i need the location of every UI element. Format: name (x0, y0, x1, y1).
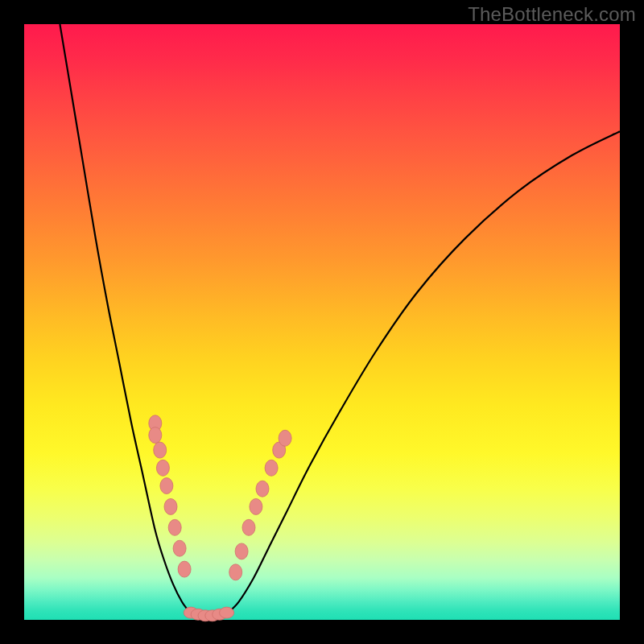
bead-marker (173, 540, 186, 556)
bead-marker (250, 498, 262, 514)
bead-marker (168, 519, 181, 535)
bead-marker (256, 481, 269, 497)
beads-valley-floor (184, 607, 233, 621)
plot-area (24, 24, 620, 620)
bead-marker (229, 564, 242, 580)
bead-marker (156, 460, 169, 476)
beads-right-branch (229, 430, 291, 580)
beads-left-branch (149, 415, 191, 577)
bead-marker (178, 561, 191, 577)
bead-marker (160, 478, 173, 494)
curve-svg (24, 24, 620, 620)
bead-marker (279, 430, 291, 446)
bead-marker (265, 460, 278, 476)
bead-marker (149, 427, 162, 444)
outer-frame: TheBottleneck.com (0, 0, 644, 644)
bead-marker (164, 498, 177, 514)
bottleneck-curve (60, 24, 620, 617)
bead-marker (220, 607, 234, 618)
bead-marker (242, 519, 255, 535)
bead-marker (154, 442, 167, 458)
watermark-text: TheBottleneck.com (468, 3, 636, 26)
bead-marker (235, 543, 248, 559)
